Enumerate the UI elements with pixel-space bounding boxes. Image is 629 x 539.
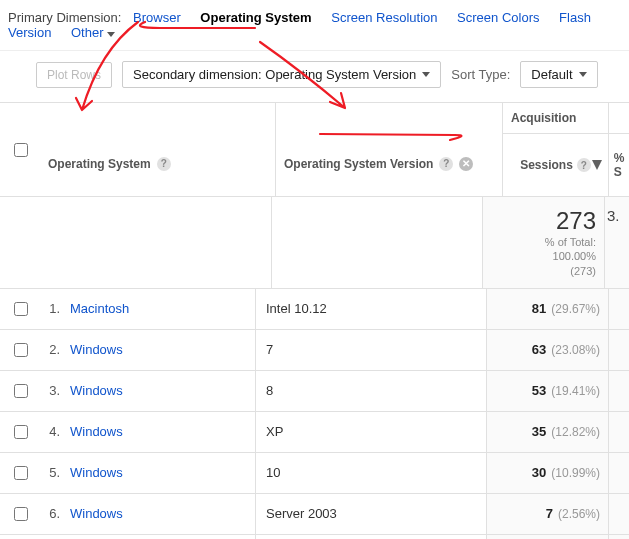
remove-dimension-icon[interactable]: ✕ xyxy=(459,157,473,171)
os-version-cell: XP xyxy=(255,412,486,452)
primary-dimension-tabs: Primary Dimension: Browser Operating Sys… xyxy=(0,0,629,51)
secondary-dimension-label: Secondary dimension: Operating System Ve… xyxy=(133,67,416,82)
sort-type-label: Sort Type: xyxy=(451,67,510,82)
secondary-dimension-dropdown[interactable]: Secondary dimension: Operating System Ve… xyxy=(122,61,441,88)
row-number: 6. xyxy=(40,506,60,521)
chevron-down-icon xyxy=(107,32,115,37)
table-row: 3.Windows853(19.41%) xyxy=(0,371,629,412)
sessions-cell: 4(1.47%) xyxy=(486,535,608,539)
column-header-os[interactable]: Operating System ? xyxy=(40,103,275,196)
help-icon[interactable]: ? xyxy=(157,157,171,171)
tab-operating-system[interactable]: Operating System xyxy=(200,10,311,25)
primary-dimension-label: Primary Dimension: xyxy=(8,10,121,25)
table-row: 4.WindowsXP35(12.82%) xyxy=(0,412,629,453)
select-all-checkbox[interactable] xyxy=(14,143,28,157)
help-icon[interactable]: ? xyxy=(439,157,453,171)
row-checkbox[interactable] xyxy=(14,507,28,521)
table-row: 6.WindowsServer 20037(2.56%) xyxy=(0,494,629,535)
row-checkbox[interactable] xyxy=(14,302,28,316)
row-checkbox[interactable] xyxy=(14,384,28,398)
sessions-cell: 53(19.41%) xyxy=(486,371,608,411)
os-link[interactable]: Windows xyxy=(70,465,123,480)
table-row: 5.Windows1030(10.99%) xyxy=(0,453,629,494)
sessions-cell: 81(29.67%) xyxy=(486,289,608,329)
summary-row: 273 % of Total:100.00%(273) 3. xyxy=(0,197,629,289)
row-checkbox[interactable] xyxy=(14,343,28,357)
row-checkbox[interactable] xyxy=(14,466,28,480)
tab-other[interactable]: Other xyxy=(71,25,115,40)
os-link[interactable]: Windows xyxy=(70,506,123,521)
summary-sessions: 273 % of Total:100.00%(273) xyxy=(482,197,604,288)
row-number: 5. xyxy=(40,465,60,480)
os-version-cell: 7 xyxy=(255,330,486,370)
table-row: 2.Windows763(23.08%) xyxy=(0,330,629,371)
plot-rows-button[interactable]: Plot Rows xyxy=(36,62,112,88)
sessions-cell: 35(12.82%) xyxy=(486,412,608,452)
sort-type-dropdown[interactable]: Default xyxy=(520,61,597,88)
sessions-cell: 30(10.99%) xyxy=(486,453,608,493)
controls-row: Plot Rows Secondary dimension: Operating… xyxy=(0,51,629,102)
column-header-os-version[interactable]: Operating System Version ? ✕ xyxy=(275,103,502,196)
os-version-cell: NT xyxy=(255,535,486,539)
table-header: Operating System ? Operating System Vers… xyxy=(0,102,629,197)
os-version-cell: 10 xyxy=(255,453,486,493)
os-link[interactable]: Macintosh xyxy=(70,301,129,316)
summary-extra: 3. xyxy=(604,197,629,288)
tab-screen-resolution[interactable]: Screen Resolution xyxy=(331,10,437,25)
table-row: 7.WindowsNT4(1.47%) xyxy=(0,535,629,539)
column-header-percent-sessions[interactable]: % S xyxy=(609,134,629,196)
chevron-down-icon xyxy=(579,72,587,77)
sessions-cell: 7(2.56%) xyxy=(486,494,608,534)
sessions-cell: 63(23.08%) xyxy=(486,330,608,370)
os-version-cell: 8 xyxy=(255,371,486,411)
os-version-cell: Intel 10.12 xyxy=(255,289,486,329)
column-header-sessions[interactable]: Sessions ? xyxy=(503,134,608,196)
table-body: 1.MacintoshIntel 10.1281(29.67%)2.Window… xyxy=(0,289,629,539)
os-link[interactable]: Windows xyxy=(70,424,123,439)
row-number: 3. xyxy=(40,383,60,398)
table-row: 1.MacintoshIntel 10.1281(29.67%) xyxy=(0,289,629,330)
os-link[interactable]: Windows xyxy=(70,342,123,357)
row-number: 1. xyxy=(40,301,60,316)
tab-screen-colors[interactable]: Screen Colors xyxy=(457,10,539,25)
row-number: 2. xyxy=(40,342,60,357)
os-version-cell: Server 2003 xyxy=(255,494,486,534)
row-checkbox[interactable] xyxy=(14,425,28,439)
column-group-acquisition: Acquisition xyxy=(503,103,608,134)
chevron-down-icon xyxy=(422,72,430,77)
help-icon[interactable]: ? xyxy=(577,158,591,172)
os-link[interactable]: Windows xyxy=(70,383,123,398)
row-number: 4. xyxy=(40,424,60,439)
tab-browser[interactable]: Browser xyxy=(133,10,181,25)
sort-descending-icon xyxy=(592,160,602,170)
